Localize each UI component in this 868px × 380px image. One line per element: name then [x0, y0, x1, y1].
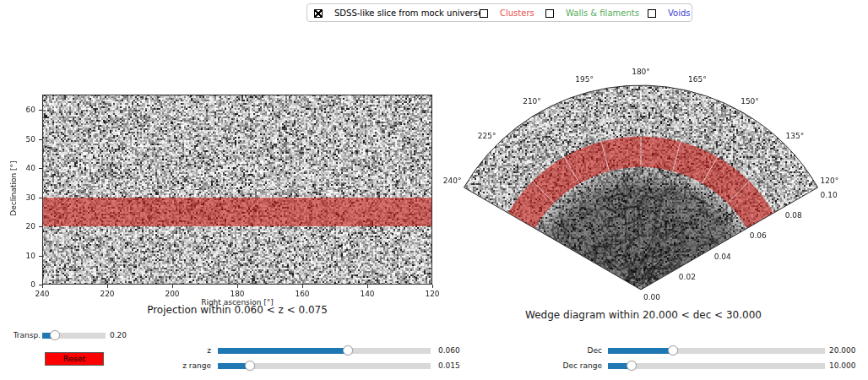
y-tick-label: 50 [26, 135, 35, 144]
legend-checkbox-2[interactable] [480, 9, 488, 18]
dec-range-slider-knob[interactable] [627, 361, 637, 371]
theta-tick-label: 120° [821, 176, 839, 185]
dec-range-slider[interactable] [608, 363, 825, 369]
x-tick [302, 285, 303, 288]
z-slider-label: z [127, 346, 211, 355]
y-tick-label: 30 [26, 193, 35, 202]
z-range-slider-knob[interactable] [245, 361, 255, 371]
r-tick-label: 0.04 [714, 252, 731, 261]
legend-checkbox-1[interactable] [314, 9, 323, 18]
y-tick [39, 256, 42, 257]
z-slider-knob[interactable] [343, 345, 353, 356]
x-tick-label: 120 [425, 290, 439, 298]
x-tick [237, 285, 238, 288]
y-tick [39, 198, 42, 198]
legend-label[interactable]: Clusters [500, 8, 534, 18]
transp-slider-label: Transp. [0, 331, 41, 339]
dec-slider-knob[interactable] [668, 345, 678, 356]
y-tick [39, 226, 42, 227]
y-tick [39, 285, 42, 285]
r-tick-label: 0.10 [821, 191, 838, 199]
y-tick-label: 20 [26, 222, 35, 231]
legend-checkbox-4[interactable] [648, 9, 656, 18]
wedge-title: Wedge diagram within 20.000 < dec < 30.0… [525, 309, 762, 321]
z-slider[interactable] [218, 348, 431, 354]
r-tick-label: 0.02 [679, 273, 696, 281]
legend-label[interactable]: Voids [668, 8, 691, 18]
legend-label[interactable]: SDSS-like slice from mock universe [334, 8, 483, 18]
z-range-slider-value: 0.015 [438, 361, 460, 370]
x-tick-label: 240 [35, 290, 49, 298]
theta-tick-label: 135° [786, 132, 805, 140]
legend-label[interactable]: Walls & filaments [566, 8, 639, 18]
dec-range-slider-value: 10.000 [829, 361, 856, 370]
theta-tick-label: 165° [688, 75, 707, 84]
y-axis-label: Declination [°] [9, 160, 18, 215]
x-tick-label: 200 [165, 290, 179, 298]
x-tick-label: 220 [100, 290, 114, 298]
transp-slider-value: 0.20 [110, 331, 127, 339]
theta-tick-label: 195° [575, 75, 594, 84]
x-tick-label: 160 [295, 290, 309, 298]
transp-slider-knob[interactable] [50, 330, 60, 340]
dec-slider-value: 20.000 [829, 346, 856, 355]
x-tick [107, 285, 108, 288]
y-tick [39, 110, 42, 111]
y-tick [39, 168, 42, 169]
layer-toggle-legend: SDSS-like slice from mock universeCluste… [307, 3, 692, 22]
dec-slider-fill [608, 348, 673, 354]
x-tick [367, 285, 368, 288]
theta-tick-label: 210° [523, 97, 541, 106]
dec-slider-label: Dec [518, 346, 602, 355]
x-tick-label: 140 [360, 290, 374, 298]
y-tick-label: 10 [26, 252, 35, 260]
reset-button[interactable]: Reset [45, 352, 104, 366]
theta-tick-label: 240° [443, 176, 462, 185]
x-tick [432, 285, 433, 288]
dec-range-slider-label: Dec range [518, 361, 602, 370]
z-range-slider[interactable] [218, 363, 431, 369]
theta-tick-label: 225° [478, 132, 496, 140]
z-slider-value: 0.060 [438, 346, 460, 355]
r-tick-label: 0.08 [785, 211, 802, 220]
transp-slider[interactable] [42, 333, 106, 339]
x-tick [42, 285, 43, 288]
dec-slider[interactable] [608, 348, 825, 354]
y-tick-label: 60 [26, 106, 35, 114]
z-slider-fill [218, 348, 348, 354]
wedge-canvas [432, 72, 824, 295]
y-tick-label: 40 [26, 164, 35, 172]
legend-checkbox-3[interactable] [545, 9, 554, 18]
theta-tick-label: 180° [632, 68, 650, 76]
y-tick [39, 139, 42, 140]
r-tick-label: 0.06 [750, 231, 767, 240]
r-tick-label: 0.00 [643, 293, 660, 301]
projection-title: Projection within 0.060 < z < 0.075 [147, 304, 328, 316]
theta-tick-label: 150° [741, 97, 759, 106]
projection-frame [42, 95, 432, 285]
y-tick-label: 0 [30, 280, 35, 289]
x-tick [172, 285, 173, 288]
app-root: SDSS-like slice from mock universeCluste… [0, 0, 868, 380]
projection-plot [42, 95, 432, 285]
x-tick-label: 180 [230, 290, 244, 298]
z-range-slider-label: z range [127, 361, 211, 370]
